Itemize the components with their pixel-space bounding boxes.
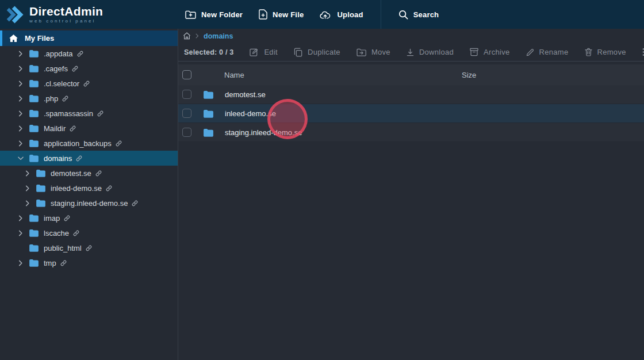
top-header: DirectAdmin web control panel New Folder	[0, 0, 644, 29]
table-row-inleed-demo.se[interactable]: inleed-demo.se	[178, 104, 644, 123]
chevron-right-icon[interactable]	[18, 110, 23, 117]
sidebar-item-label: .appdata	[44, 49, 73, 58]
size-column-header[interactable]: Size	[462, 71, 476, 79]
symlink-icon	[72, 66, 78, 72]
breadcrumb: domains	[178, 29, 644, 43]
sidebar-item-maildir[interactable]: Maildir	[0, 121, 178, 136]
home-icon[interactable]	[183, 32, 191, 40]
action-label: Move	[371, 48, 390, 56]
sidebar-item-.cagefs[interactable]: .cagefs	[0, 61, 178, 76]
chevron-right-icon[interactable]	[18, 81, 23, 87]
sidebar-item-staging.inleed-demo.se[interactable]: staging.inleed-demo.se	[0, 196, 178, 210]
sidebar-item-my-files[interactable]: My Files	[0, 30, 178, 46]
chevron-right-icon[interactable]	[18, 125, 23, 132]
sidebar-item-application-backups[interactable]: application_backups	[0, 136, 178, 151]
sidebar-item-.php[interactable]: .php	[0, 91, 178, 106]
symlink-icon	[95, 170, 102, 177]
breadcrumb-current[interactable]: domains	[204, 32, 233, 40]
remove-icon	[585, 48, 592, 56]
new-file-label: New File	[273, 10, 304, 19]
sidebar-item-.spamassassin[interactable]: .spamassassin	[0, 106, 178, 121]
sidebar-item-.cl.selector[interactable]: .cl.selector	[0, 76, 178, 91]
chevron-right-icon[interactable]	[18, 140, 23, 147]
chevron-right-icon[interactable]	[25, 200, 30, 206]
sidebar-item-label: staging.inleed-demo.se	[51, 199, 128, 208]
chevron-right-icon[interactable]	[25, 170, 30, 177]
row-checkbox[interactable]	[182, 90, 191, 99]
app-root: DirectAdmin web control panel New Folder	[0, 0, 644, 360]
chevron-right-icon[interactable]	[18, 230, 23, 236]
sidebar-item-lscache[interactable]: lscache	[0, 225, 178, 240]
sidebar-item-label: public_html	[44, 244, 82, 252]
folder-icon	[29, 244, 39, 252]
chevron-right-icon[interactable]	[18, 66, 23, 72]
chevron-right-icon[interactable]	[25, 185, 30, 192]
file-name[interactable]: inleed-demo.se	[225, 109, 276, 118]
file-name[interactable]: staging.inleed-demo.se	[225, 128, 302, 137]
sidebar-item-tmp[interactable]: tmp	[0, 255, 178, 270]
sidebar-item-label: lscache	[44, 229, 69, 238]
action-duplicate-button[interactable]: Duplicate	[294, 48, 340, 57]
selected-count: Selected: 0 / 3	[184, 48, 233, 56]
chevron-right-icon[interactable]	[18, 215, 23, 221]
sidebar-item-label: Maildir	[44, 124, 66, 133]
chevron-right-icon[interactable]	[18, 95, 23, 102]
sidebar-item-public-html[interactable]: public_html	[0, 240, 178, 255]
action-toolbar: Selected: 0 / 3 Edit Duplicate Move Down…	[178, 43, 644, 62]
action-move-button[interactable]: Move	[356, 48, 390, 56]
folder-icon	[29, 259, 39, 267]
action-edit-button[interactable]: Edit	[250, 48, 278, 56]
search-icon	[398, 10, 408, 20]
folder-icon	[36, 199, 46, 207]
symlink-icon	[60, 260, 67, 266]
new-folder-button[interactable]: New Folder	[185, 10, 243, 19]
file-table: Name Size demotest.se inleed-demo.se sta…	[178, 64, 644, 142]
sidebar-item-.appdata[interactable]: .appdata	[0, 46, 178, 61]
folder-icon	[36, 184, 46, 192]
search-button[interactable]: Search	[398, 10, 439, 20]
folder-icon	[29, 79, 39, 87]
chevron-down-icon[interactable]	[18, 155, 23, 162]
chevron-right-icon[interactable]	[18, 260, 23, 266]
row-checkbox[interactable]	[182, 128, 191, 137]
table-header: Name Size	[178, 64, 644, 85]
folder-icon	[29, 229, 39, 237]
upload-label: Upload	[337, 10, 363, 19]
sidebar-item-demotest.se[interactable]: demotest.se	[0, 166, 178, 181]
sidebar-item-inleed-demo.se[interactable]: inleed-demo.se	[0, 181, 178, 196]
upload-button[interactable]: Upload	[320, 10, 363, 19]
select-all-checkbox[interactable]	[182, 70, 191, 79]
action-rename-button[interactable]: Rename	[526, 48, 569, 56]
sidebar-item-domains[interactable]: domains	[0, 151, 178, 166]
new-file-button[interactable]: New File	[259, 9, 304, 20]
action-remove-button[interactable]: Remove	[585, 48, 626, 56]
folder-icon	[29, 94, 39, 102]
file-plus-icon	[259, 9, 267, 20]
header-toolbar: New Folder New File Uplo	[185, 0, 439, 29]
sidebar-item-label: .cagefs	[44, 64, 68, 73]
cloud-upload-icon	[320, 10, 332, 19]
folder-icon	[203, 109, 214, 118]
brand-logo[interactable]: DirectAdmin web control panel	[0, 0, 178, 29]
main-content: domains Selected: 0 / 3 Edit Duplicate M…	[178, 29, 644, 360]
action-label: Remove	[597, 48, 626, 56]
folder-plus-icon	[185, 10, 196, 19]
symlink-icon	[86, 245, 92, 251]
table-row-staging.inleed-demo.se[interactable]: staging.inleed-demo.se	[178, 123, 644, 142]
search-label: Search	[413, 10, 439, 19]
file-name[interactable]: demotest.se	[225, 90, 266, 99]
sidebar-item-label: inleed-demo.se	[51, 184, 102, 193]
symlink-icon	[97, 110, 103, 117]
row-checkbox[interactable]	[182, 109, 191, 118]
sidebar-item-imap[interactable]: imap	[0, 210, 178, 225]
name-column-header[interactable]: Name	[224, 71, 244, 79]
symlink-icon	[83, 81, 90, 87]
folder-icon	[29, 124, 39, 132]
action-download-button[interactable]: Download	[407, 48, 454, 56]
chevron-right-icon[interactable]	[18, 51, 23, 57]
sidebar-item-label: demotest.se	[51, 169, 91, 178]
action-label: Download	[419, 48, 454, 56]
chevron-right-icon	[195, 33, 199, 39]
action-archive-button[interactable]: Archive	[470, 48, 509, 56]
table-row-demotest.se[interactable]: demotest.se	[178, 85, 644, 104]
